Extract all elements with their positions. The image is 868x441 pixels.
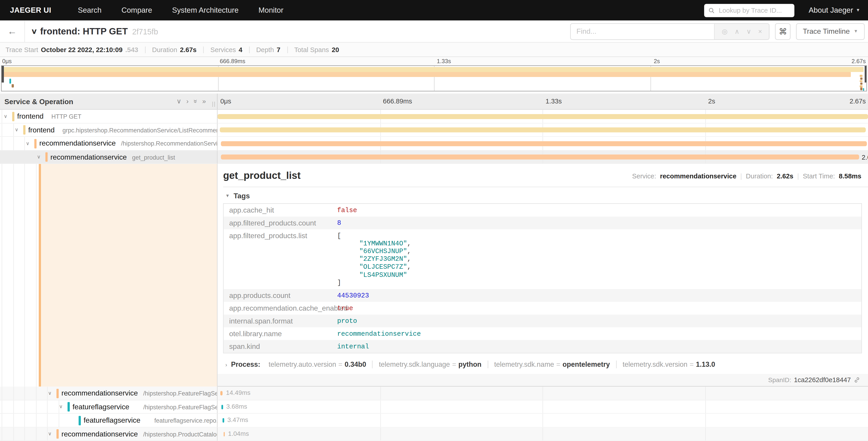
json-list-item: "LS4PSXUNUM" [337, 271, 862, 279]
span-row[interactable]: ∨recommendationservice/hipstershop.Featu… [0, 387, 868, 400]
minimap-right-scrubber[interactable] [864, 66, 866, 82]
collapse-one-icon[interactable]: ∨ [177, 98, 182, 105]
span-name-cell[interactable]: ∨recommendationservice/hipstershop.Produ… [0, 427, 217, 441]
trace-id-search[interactable] [704, 4, 794, 17]
about-jaeger-menu[interactable]: About Jaeger ▼ [809, 6, 860, 14]
trace-services: Services4 [211, 46, 242, 53]
span-row[interactable]: ∨frontendHTTP GET [0, 110, 868, 123]
trace-id-short: 2f715fb [132, 27, 158, 36]
span-duration-bar[interactable] [221, 141, 867, 146]
span-collapse-icon[interactable]: ∨ [35, 154, 42, 159]
span-collapse-icon[interactable]: ∨ [58, 404, 64, 409]
deep-link-icon[interactable] [854, 377, 860, 383]
indent-guide [2, 414, 2, 427]
span-name-cell[interactable]: ∨recommendationserviceget_product_list [0, 150, 217, 164]
span-timeline-cell[interactable]: 3.47ms [217, 414, 868, 427]
expand-all-icon[interactable]: » [202, 98, 206, 105]
timeline-axis-header: 0μs666.89ms1.33s2s2.67s [217, 93, 868, 109]
indent-guide [13, 400, 13, 413]
tag-row: app.filtered_products.count8 [223, 217, 861, 229]
collapse-all-icon[interactable]: » [192, 99, 199, 103]
nav-item-monitor[interactable]: Monitor [258, 6, 283, 14]
span-duration-tick[interactable] [220, 391, 223, 395]
span-operation-name: grpc.hipstershop.RecommendationService/L… [62, 126, 217, 133]
nav-item-compare[interactable]: Compare [122, 6, 152, 14]
span-name-cell[interactable]: ∨frontendgrpc.hipstershop.Recommendation… [0, 123, 217, 137]
span-row[interactable]: ∨recommendationservice/hipstershop.Produ… [0, 427, 868, 441]
minimap-span-mark [860, 80, 862, 82]
indent-guide [25, 150, 25, 163]
trace-id-search-input[interactable] [717, 6, 790, 15]
indent-guide [2, 387, 2, 400]
indent-guide [13, 137, 13, 150]
span-duration-tick[interactable] [223, 432, 225, 436]
span-timeline-cell[interactable]: 14.49ms [217, 387, 868, 400]
span-service-name: frontend [17, 112, 44, 120]
column-resizer[interactable]: || [212, 101, 216, 107]
span-collapse-icon[interactable]: ∨ [25, 141, 31, 146]
minimap-span-mark [11, 84, 13, 87]
span-row[interactable]: ∨recommendationservice/hipstershop.Recom… [0, 137, 868, 150]
span-name-cell[interactable]: featureflagservicefeatureflagservice.rep… [0, 414, 217, 427]
span-detail-row: get_product_list Service:recommendations… [0, 164, 868, 386]
json-string: "66VCHSJNUP" [359, 247, 407, 255]
span-duration-bar[interactable] [219, 127, 866, 133]
focus-match-icon[interactable]: ◎ [722, 28, 728, 35]
span-row[interactable]: ∨recommendationserviceget_product_list2.… [0, 150, 868, 164]
span-meta: Service:recommendationservice | Duration… [632, 172, 868, 180]
span-collapse-icon[interactable]: ∨ [46, 431, 53, 437]
trace-view-select[interactable]: Trace Timeline ▼ [796, 23, 865, 40]
tag-row: span.kindinternal [223, 340, 861, 353]
tag-row: app.recommendation.cache_enabledtrue [223, 302, 861, 315]
timeline-grid-header: Service & Operation ∨ › » » || 0μs666.89… [0, 93, 868, 110]
span-duration-bar[interactable] [217, 114, 868, 119]
back-button[interactable]: ← [0, 21, 25, 42]
span-duration-tick[interactable] [223, 418, 224, 423]
span-collapse-icon[interactable]: ∨ [2, 113, 9, 119]
span-service-name: featureflagservice [84, 416, 140, 424]
trace-title[interactable]: frontend: HTTP GET [40, 26, 128, 36]
nav-item-search[interactable]: Search [78, 6, 102, 14]
span-duration-tick[interactable] [221, 405, 223, 409]
span-collapse-icon[interactable]: ∨ [46, 390, 53, 396]
minimap-canvas[interactable] [1, 65, 867, 91]
indent-guide [25, 387, 25, 400]
span-name-cell[interactable]: ∨featureflagservice/hipstershop.FeatureF… [0, 400, 217, 414]
span-detail-panel: get_product_list Service:recommendations… [217, 164, 868, 386]
next-result-icon[interactable]: ∨ [746, 28, 751, 35]
span-detail-header: get_product_list Service:recommendations… [223, 164, 868, 184]
span-name-cell[interactable]: ∨frontendHTTP GET [0, 110, 217, 123]
span-duration-bar[interactable] [221, 155, 859, 159]
span-row[interactable]: ∨frontendgrpc.hipstershop.Recommendation… [0, 123, 868, 137]
span-timeline-cell[interactable] [217, 123, 868, 137]
span-timeline-cell[interactable]: 1.04ms [217, 427, 868, 441]
app-logo[interactable]: JAEGER UI [10, 6, 51, 14]
span-timeline-cell[interactable] [217, 137, 868, 150]
span-duration-label: 14.49ms [226, 389, 250, 396]
nav-item-system-architecture[interactable]: System Architecture [172, 6, 239, 14]
span-duration: 2.62s [777, 172, 793, 180]
trace-total-spans: Total Spans20 [294, 46, 339, 53]
span-duration-label: 3.47ms [227, 416, 248, 423]
clear-find-icon[interactable]: × [758, 28, 762, 35]
span-collapse-icon[interactable]: ∨ [13, 127, 20, 133]
span-name-cell[interactable]: ∨recommendationservice/hipstershop.Featu… [0, 387, 217, 400]
tags-accordion-toggle[interactable]: ▼ Tags [225, 192, 868, 200]
trace-collapse-toggle[interactable]: ∨ [31, 27, 37, 35]
process-row[interactable]: › Process: telemetry.auto.version=0.34b0… [225, 361, 868, 369]
find-input[interactable] [571, 24, 714, 39]
span-timeline-cell[interactable]: 2.62s [217, 150, 868, 164]
axis-tick-label: 1.33s [437, 58, 451, 64]
expand-one-icon[interactable]: › [186, 98, 189, 105]
tag-value-text: false [337, 206, 357, 214]
span-name-cell[interactable]: ∨recommendationservice/hipstershop.Recom… [0, 137, 217, 150]
trace-minimap[interactable] [0, 65, 868, 94]
keyboard-shortcuts-button[interactable]: ⌘ [775, 23, 791, 40]
prev-result-icon[interactable]: ∧ [735, 28, 740, 35]
span-timeline-cell[interactable] [217, 110, 868, 123]
span-row[interactable]: featureflagservicefeatureflagservice.rep… [0, 414, 868, 427]
span-timeline-cell[interactable]: 3.68ms [217, 400, 868, 414]
minimap-left-scrubber[interactable] [2, 66, 4, 82]
tag-value: true [337, 302, 862, 315]
span-row[interactable]: ∨featureflagservice/hipstershop.FeatureF… [0, 400, 868, 414]
